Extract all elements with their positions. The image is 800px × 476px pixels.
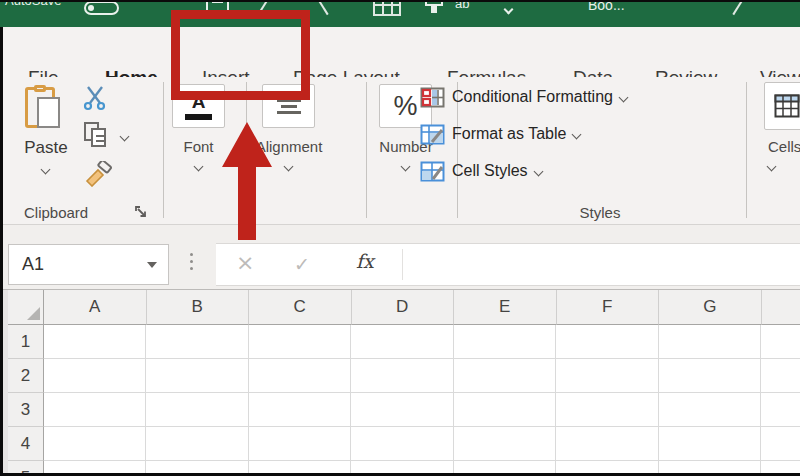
enter-icon[interactable]: ✓ (294, 253, 310, 275)
column-header-a[interactable]: A (44, 290, 147, 325)
paste-page-icon (37, 97, 60, 128)
cancel-icon[interactable]: × (236, 250, 254, 275)
font-underline-bar-icon (185, 114, 212, 120)
number-chevron-icon (401, 162, 411, 172)
cells-group-label: Cells (768, 138, 800, 155)
conditional-formatting-chevron-icon (619, 92, 629, 102)
font-chevron-icon (194, 162, 204, 172)
format-as-table-icon (420, 124, 445, 145)
insert-function-icon[interactable]: fx (356, 250, 374, 272)
column-header-d[interactable]: D (352, 290, 455, 325)
paste-chevron-icon[interactable] (41, 165, 51, 175)
cut-icon[interactable] (82, 85, 108, 111)
column-header-e[interactable]: E (454, 290, 557, 325)
excel-window: AutoSave ab Boo... File Home Insert Page… (0, 0, 800, 476)
column-headers: A B C D E F G (8, 290, 800, 325)
row-header-3[interactable]: 3 (8, 393, 44, 427)
clipboard-group-label: Clipboard (24, 204, 88, 221)
conditional-formatting-label: Conditional Formatting (452, 88, 613, 106)
row-header-4[interactable]: 4 (8, 427, 44, 461)
alignment-chevron-icon (284, 162, 294, 172)
format-painter-icon[interactable] (84, 161, 114, 187)
row-header-2[interactable]: 2 (8, 359, 44, 393)
select-all-triangle-icon (27, 307, 40, 320)
redo-icon[interactable] (317, 0, 328, 15)
format-as-table-chevron-icon (572, 129, 582, 139)
copy-chevron-icon[interactable] (120, 132, 130, 142)
cell-styles-chevron-icon (533, 166, 543, 176)
cell-styles-icon (420, 161, 445, 182)
conditional-formatting-button[interactable]: Conditional Formatting (420, 86, 627, 108)
titlebar-partial-icon[interactable] (732, 0, 743, 15)
annotation-highlight-box (171, 10, 310, 100)
row-header-1[interactable]: 1 (8, 325, 44, 359)
column-header-c[interactable]: C (249, 290, 352, 325)
cells-table-icon (774, 94, 800, 118)
formula-bar-row: A1 × ✓ fx (0, 225, 800, 290)
format-as-table-label: Format as Table (452, 125, 566, 143)
name-box-dropdown-icon[interactable] (147, 262, 157, 268)
paste-label: Paste (14, 138, 78, 158)
titlebar-chevron-down-icon[interactable] (504, 5, 514, 15)
select-all-button[interactable] (8, 290, 44, 325)
toggle-knob-icon (88, 5, 94, 11)
name-box[interactable]: A1 (8, 244, 169, 285)
styles-group-label: Styles (560, 204, 640, 221)
cells-box (764, 82, 800, 130)
window-edge (0, 27, 3, 476)
formula-divider (402, 249, 403, 280)
annotation-arrow-up-icon (215, 118, 279, 244)
group-separator (746, 82, 747, 218)
cell-styles-button[interactable]: Cell Styles (420, 160, 542, 182)
window-edge (0, 0, 800, 2)
column-header-g[interactable]: G (659, 290, 762, 325)
column-header-partial[interactable] (762, 290, 800, 325)
paint-icon[interactable] (424, 0, 444, 14)
autosave-toggle[interactable] (84, 1, 119, 15)
ribbon-tab-row: File Home Insert Page Layout Formulas Da… (0, 27, 800, 77)
column-header-f[interactable]: F (557, 290, 660, 325)
cells-chevron-icon (767, 162, 777, 172)
cell-styles-label: Cell Styles (452, 162, 528, 180)
row-headers: 1 2 3 4 5 (8, 325, 44, 473)
formula-bar-grip-icon[interactable] (190, 253, 193, 270)
ribbon: Paste Clipboard (0, 77, 800, 225)
name-box-value: A1 (22, 254, 44, 275)
title-bar: AutoSave ab Boo... (0, 0, 800, 27)
column-header-b[interactable]: B (147, 290, 250, 325)
format-as-table-button[interactable]: Format as Table (420, 123, 580, 145)
group-separator (163, 82, 164, 218)
percent-icon: % (393, 91, 417, 122)
conditional-formatting-icon (420, 87, 445, 108)
clipboard-dialog-launcher-icon[interactable] (134, 205, 148, 219)
table-icon[interactable] (372, 0, 402, 17)
worksheet-cells[interactable] (44, 325, 800, 476)
copy-icon[interactable] (84, 122, 110, 150)
formula-bar[interactable]: × ✓ fx (216, 243, 800, 286)
